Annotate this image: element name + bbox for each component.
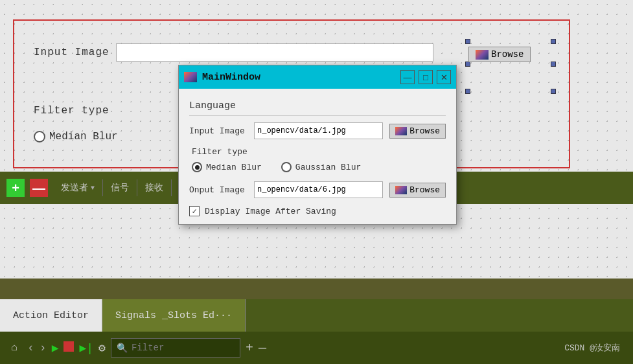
dialog-browse-icon-2: [395, 186, 407, 194]
dialog-gaussian-blur[interactable]: Gaussian Blur: [281, 162, 361, 172]
bottom-toolbar: ⌂ ‹ › ▶ ▶| ⚙ 🔍 + — CSDN @汝安南: [0, 332, 633, 364]
tab-signals-slots[interactable]: Signals _Slots Ed···: [102, 299, 246, 332]
dialog-filter-options: Median Blur Gaussian Blur: [189, 162, 446, 172]
handle-ml: [465, 62, 470, 67]
handle-tr: [551, 39, 556, 44]
step-icon[interactable]: ▶|: [79, 341, 93, 355]
stop-icon[interactable]: [63, 341, 74, 355]
handle-bl: [465, 89, 470, 94]
tab-signals-slots-label: Signals _Slots Ed···: [115, 310, 232, 321]
handle-tl: [465, 39, 470, 44]
search-icon: 🔍: [117, 343, 128, 354]
dialog-output-label: Onput Image: [189, 185, 247, 195]
add-connection-button[interactable]: +: [6, 179, 25, 197]
handle-br: [551, 89, 556, 94]
browse-button-main[interactable]: Browse: [468, 47, 531, 62]
browse-icon: [476, 50, 489, 60]
browse-button-label: Browse: [491, 49, 524, 60]
main-window-dialog: MainWindow — □ ✕ Language Input Image Br…: [178, 65, 457, 225]
maximize-button[interactable]: □: [419, 70, 433, 84]
input-image-row: Input Image: [34, 43, 433, 62]
dialog-browse-button-2[interactable]: Browse: [389, 183, 446, 198]
dialog-median-blur-label: Median Blur: [206, 163, 262, 172]
settings-icon[interactable]: ⚙: [98, 341, 106, 355]
filter-options-row: Median Blur: [34, 131, 118, 142]
signal-col: 信号: [103, 179, 137, 196]
median-blur-label: Median Blur: [49, 131, 118, 142]
dialog-body: Language Input Image Browse Filter type …: [179, 89, 456, 224]
dialog-title-left: MainWindow: [184, 72, 260, 83]
median-blur-radio[interactable]: [34, 131, 45, 142]
dialog-input-label: Input Image: [189, 126, 247, 136]
dialog-output-image-row: Onput Image Browse: [189, 181, 446, 198]
dialog-gaussian-blur-radio[interactable]: [281, 162, 292, 172]
display-checkbox-row[interactable]: ✓ Display Image After Saving: [189, 206, 446, 216]
bottom-tabs: Action Editor Signals _Slots Ed···: [0, 299, 633, 332]
dialog-app-icon: [184, 72, 197, 82]
next-icon[interactable]: ›: [40, 341, 47, 354]
remove-connection-button[interactable]: —: [30, 179, 48, 197]
median-blur-option[interactable]: Median Blur: [34, 131, 118, 142]
receiver-col: 接收: [137, 179, 172, 196]
dialog-input-image-row: Input Image Browse: [189, 122, 446, 139]
handle-mr: [551, 62, 556, 67]
dialog-median-blur[interactable]: Median Blur: [192, 162, 262, 172]
display-checkbox-label: Display Image After Saving: [205, 207, 336, 216]
close-button[interactable]: ✕: [437, 70, 451, 84]
add-button[interactable]: +: [246, 341, 253, 356]
dialog-menu[interactable]: Language: [189, 97, 446, 116]
dialog-gaussian-blur-label: Gaussian Blur: [295, 163, 361, 172]
search-box[interactable]: 🔍: [111, 338, 240, 358]
dialog-median-blur-radio[interactable]: [192, 162, 202, 172]
display-checkbox[interactable]: ✓: [189, 206, 200, 216]
dialog-browse-button-1[interactable]: Browse: [389, 124, 446, 139]
tab-action-editor[interactable]: Action Editor: [0, 299, 102, 332]
tab-action-editor-label: Action Editor: [13, 310, 89, 321]
dialog-output-field[interactable]: [254, 181, 383, 198]
search-input[interactable]: [132, 343, 222, 353]
dialog-browse-icon-1: [395, 127, 407, 135]
dialog-controls: — □ ✕: [400, 70, 451, 84]
signal-table-header: 发送者 ▼ 信号 接收: [53, 179, 172, 196]
remove-button[interactable]: —: [259, 341, 266, 356]
dialog-title: MainWindow: [202, 72, 260, 83]
minimize-button[interactable]: —: [400, 70, 415, 84]
filter-type-row: Filter type: [34, 105, 109, 117]
dialog-titlebar: MainWindow — □ ✕: [179, 65, 456, 89]
dialog-filter-label: Filter type: [189, 147, 446, 157]
branding-label: CSDN @汝安南: [564, 342, 620, 354]
play-icon[interactable]: ▶: [52, 341, 59, 355]
browse-btn-area: Browse: [452, 39, 556, 94]
input-image-field[interactable]: [116, 43, 433, 62]
filter-type-label: Filter type: [34, 105, 109, 117]
prev-icon[interactable]: ‹: [27, 341, 34, 354]
home-icon[interactable]: ⌂: [6, 340, 22, 356]
dialog-input-field[interactable]: [254, 122, 383, 139]
sender-col: 发送者 ▼: [53, 179, 103, 196]
input-image-label: Input Image: [34, 47, 109, 58]
sender-dropdown-icon: ▼: [91, 185, 95, 192]
